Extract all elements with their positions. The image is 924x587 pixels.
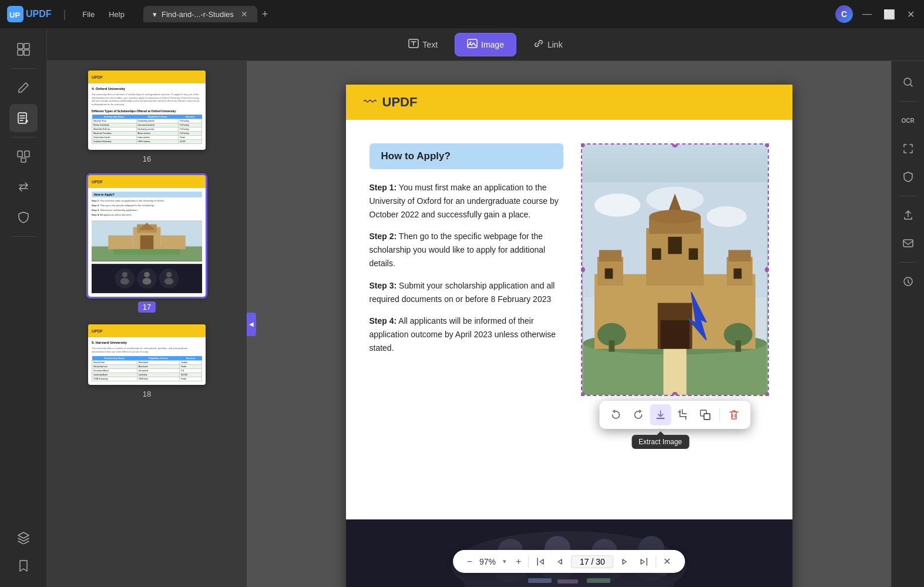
thumbnail-page-18[interactable]: UPDF 5. Harvard University The universit… [59,324,235,398]
page-number-input[interactable] [571,555,613,568]
thumb-page-16-content: UPDF 4. Oxford University The university… [88,71,206,150]
image-btn-label: Image [481,40,504,49]
rs-protect-btn[interactable] [896,165,920,189]
text-tool-btn[interactable]: Text [396,33,450,56]
rs-scan-btn[interactable] [896,137,920,160]
extract-image-btn[interactable]: Extract Image [650,404,671,425]
handle-mid-right[interactable] [765,267,769,273]
pdf-right-col: Extract Image [581,143,769,396]
thumb-page-18-content: UPDF 5. Harvard University The universit… [88,324,206,384]
handle-bottom-right[interactable] [765,392,769,396]
rotate-left-icon [610,409,621,421]
svg-point-29 [142,278,151,284]
nav-sep-1 [528,556,529,568]
organize-icon [17,150,30,163]
rs-ocr-btn[interactable]: OCR [896,109,920,132]
step-4-text: All applicants will be informed of their… [369,316,556,353]
svg-rect-47 [688,248,698,260]
delete-image-btn[interactable] [723,404,744,425]
thumbnail-page-16[interactable]: UPDF 4. Oxford University The university… [59,71,235,163]
image-edit-toolbar: Extract Image [599,401,750,429]
collapse-panel-btn[interactable]: ◀ [247,313,256,336]
how-to-apply-box: How to Apply? [369,143,563,169]
first-page-btn[interactable] [533,556,547,568]
sidebar-icon-edit[interactable] [9,73,38,102]
thumbnail-panel: UPDF 4. Oxford University The university… [47,61,247,587]
handle-top-mid[interactable] [672,143,678,147]
svg-point-27 [120,278,129,284]
share-icon [902,209,914,221]
replace-icon [699,409,711,421]
step-3-label: Step 3: [369,281,397,290]
replace-btn[interactable] [694,404,715,425]
pdf-page: 〰 UPDF How to Apply? Step 1: You must fi… [346,85,792,587]
svg-rect-76 [587,578,610,583]
menu-file[interactable]: File [78,8,99,21]
active-tab[interactable]: ▾ Find-and-...-r-Studies ✕ [143,6,257,22]
title-bar: UP UPDF | File Help ▾ Find-and-...-r-Stu… [0,0,924,28]
logo-text: UPDF [26,9,52,19]
zoom-out-btn[interactable]: − [465,555,475,568]
svg-rect-46 [651,248,661,260]
rs-history-btn[interactable] [896,270,920,293]
minimize-btn[interactable]: — [860,6,874,22]
edit-icon [17,81,30,94]
svg-rect-61 [704,414,710,420]
handle-bottom-mid[interactable] [672,392,678,396]
pdf-area: 〰 UPDF How to Apply? Step 1: You must fi… [247,61,891,587]
sidebar-icon-annotate[interactable] [9,104,38,132]
handle-mid-left[interactable] [581,267,585,273]
svg-point-30 [166,272,172,277]
svg-point-26 [122,272,127,277]
sidebar-icon-protect[interactable] [9,203,38,232]
maximize-btn[interactable]: ⬜ [881,6,898,22]
close-bar-btn[interactable]: ✕ [661,555,673,568]
sidebar-icon-layers[interactable] [9,524,38,552]
rotate-right-btn[interactable] [627,404,649,425]
sidebar-icon-convert[interactable] [9,173,38,201]
user-avatar[interactable]: C [835,5,853,23]
handle-top-right[interactable] [765,143,769,147]
zoom-dropdown-btn[interactable]: ▾ [500,556,509,566]
pdf-logo-name: UPDF [382,95,418,110]
svg-point-35 [706,206,747,227]
tp16-text: The university offers a selection of sch… [92,93,202,106]
sidebar-icon-thumbnail[interactable] [9,35,38,63]
prev-page-btn[interactable] [552,556,566,568]
handle-top-left[interactable] [581,143,585,147]
rs-search-btn[interactable] [896,71,920,94]
svg-rect-21 [114,249,180,254]
svg-rect-53 [733,269,741,279]
menu-help[interactable]: Help [104,8,129,21]
tp16-table: Scholarship Name Eligibility Criteria Am… [92,115,202,144]
rs-share-btn[interactable] [896,203,920,227]
new-tab-btn[interactable]: + [262,8,268,21]
next-page-btn[interactable] [618,556,632,568]
last-page-btn[interactable] [637,556,651,568]
link-tool-btn[interactable]: Link [521,33,575,56]
sidebar-icon-organize[interactable] [9,142,38,170]
tp18-title: 5. Harvard University [92,341,202,344]
sidebar-icon-bookmark[interactable] [9,552,38,580]
tab-close-btn[interactable]: ✕ [241,9,248,19]
extract-icon [654,409,666,421]
svg-rect-59 [656,418,664,419]
close-btn[interactable]: ✕ [905,6,917,22]
oxford-image-selected[interactable] [581,143,769,396]
step-4-label: Step 4: [369,316,397,326]
email-icon [902,237,914,249]
handle-bottom-left[interactable] [581,392,585,396]
svg-rect-20 [161,236,186,250]
link-icon-svg [533,38,544,49]
svg-rect-50 [599,250,621,261]
svg-rect-51 [728,250,751,261]
thumbnail-page-17[interactable]: UPDF How to Apply? Step 1: You must firs… [59,175,235,313]
rs-email-btn[interactable] [896,232,920,255]
rotate-left-btn[interactable] [605,404,626,425]
svg-rect-8 [25,151,29,157]
zoom-in-btn[interactable]: + [513,555,523,568]
crop-btn[interactable] [672,404,693,425]
image-tool-btn[interactable]: Image [455,33,516,56]
protect-icon-right [902,171,914,183]
svg-rect-75 [557,579,578,583]
